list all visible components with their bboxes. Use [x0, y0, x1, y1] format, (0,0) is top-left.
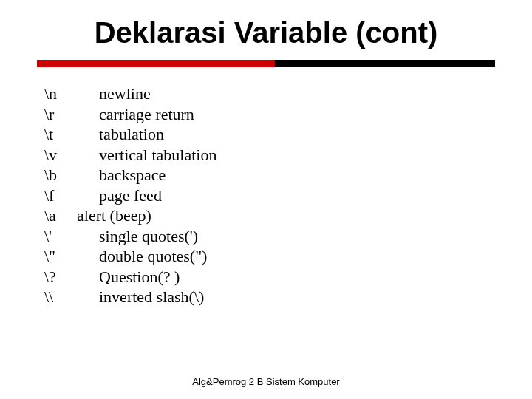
- list-item: \b backspace: [44, 165, 495, 185]
- slide: Deklarasi Variable (cont) \n newline \r …: [0, 0, 532, 399]
- escape-code: \r: [44, 104, 77, 125]
- escape-desc: single quotes('): [77, 226, 198, 247]
- escape-code: \v: [44, 145, 77, 166]
- divider: [37, 60, 495, 67]
- escape-code: \?: [44, 267, 77, 287]
- escape-code: \b: [44, 165, 77, 185]
- list-item: \a alert (beep): [44, 205, 495, 226]
- escape-code: \n: [44, 83, 77, 104]
- list-item: \r carriage return: [44, 104, 495, 125]
- escape-desc: double quotes("): [77, 246, 207, 267]
- escape-desc: alert (beep): [77, 205, 151, 226]
- escape-desc: vertical tabulation: [77, 145, 216, 166]
- slide-title: Deklarasi Variable (cont): [37, 16, 495, 50]
- escape-code: \a: [44, 205, 77, 226]
- escape-code: \": [44, 246, 77, 267]
- list-item: \' single quotes('): [44, 226, 495, 247]
- escape-code: \\: [44, 287, 77, 307]
- escape-desc: inverted slash(\): [77, 287, 204, 307]
- divider-black: [275, 60, 495, 67]
- escape-desc: newline: [77, 83, 151, 104]
- footer-text: Alg&Pemrog 2 B Sistem Komputer: [0, 376, 532, 387]
- list-item: \n newline: [44, 83, 495, 104]
- escape-code: \t: [44, 124, 77, 145]
- list-item: \\ inverted slash(\): [44, 287, 495, 307]
- escape-desc: tabulation: [77, 124, 164, 145]
- list-item: \v vertical tabulation: [44, 145, 495, 166]
- list-item: \" double quotes("): [44, 246, 495, 267]
- list-item: \? Question(? ): [44, 267, 495, 287]
- escape-code: \': [44, 226, 77, 247]
- escape-desc: Question(? ): [77, 267, 180, 287]
- escape-desc: page feed: [77, 185, 162, 206]
- list-item: \t tabulation: [44, 124, 495, 145]
- list-item: \f page feed: [44, 185, 495, 206]
- escape-list: \n newline \r carriage return \t tabulat…: [37, 83, 495, 307]
- escape-code: \f: [44, 185, 77, 206]
- escape-desc: carriage return: [77, 104, 194, 125]
- divider-red: [37, 60, 275, 67]
- escape-desc: backspace: [77, 165, 166, 185]
